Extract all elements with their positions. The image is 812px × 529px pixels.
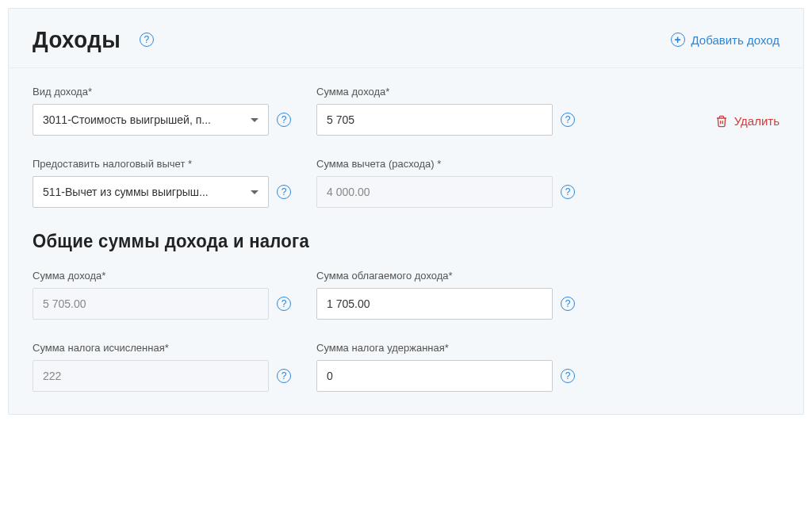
deduction-type-wrap: 511-Вычет из суммы выигрыш... ?	[33, 176, 302, 208]
taxable-income-input[interactable]	[327, 297, 542, 310]
tax-withheld-label: Сумма налога удержанная*	[316, 342, 575, 354]
income-amount-input-box	[316, 104, 553, 136]
panel-header: Доходы ? + Добавить доход	[9, 9, 803, 68]
income-row-1: Вид дохода* 3011-Стоимость выигрышей, п.…	[33, 86, 779, 136]
chevron-down-icon	[251, 118, 259, 122]
page-title: Доходы	[33, 26, 121, 53]
help-icon[interactable]: ?	[277, 113, 291, 127]
panel-title-wrap: Доходы ?	[33, 26, 154, 53]
deduction-amount-label: Сумма вычета (расхода) *	[316, 158, 575, 170]
income-amount-group: Сумма дохода* ?	[316, 86, 575, 136]
taxable-income-label: Сумма облагаемого дохода*	[316, 270, 575, 282]
add-income-button[interactable]: + Добавить доход	[671, 33, 779, 47]
deduction-amount-input-box	[316, 176, 553, 208]
deduction-type-select[interactable]: 511-Вычет из суммы выигрыш...	[33, 176, 269, 208]
help-icon[interactable]: ?	[277, 297, 291, 311]
delete-income-button[interactable]: Удалить	[715, 114, 779, 128]
totals-row-1: Сумма дохода* ? Сумма облагаемого дохода…	[33, 270, 779, 320]
totals-section-title: Общие суммы дохода и налога	[33, 230, 720, 252]
help-icon[interactable]: ?	[561, 185, 575, 199]
tax-withheld-group: Сумма налога удержанная* ?	[316, 342, 575, 392]
income-row-2: Предоставить налоговый вычет * 511-Вычет…	[33, 158, 779, 208]
help-icon[interactable]: ?	[561, 113, 575, 127]
tax-calc-wrap: ?	[33, 360, 302, 392]
help-icon[interactable]: ?	[140, 33, 154, 47]
add-income-label: Добавить доход	[691, 33, 779, 47]
total-income-input	[43, 297, 259, 310]
income-type-select[interactable]: 3011-Стоимость выигрышей, п...	[33, 104, 269, 136]
total-income-input-box	[33, 288, 269, 320]
taxable-income-wrap: ?	[316, 288, 575, 320]
totals-row-2: Сумма налога исчисленная* ? Сумма налога…	[33, 342, 779, 392]
tax-withheld-input-box	[316, 360, 553, 392]
taxable-income-input-box	[316, 288, 553, 320]
tax-withheld-wrap: ?	[316, 360, 575, 392]
tax-calc-input-box	[33, 360, 269, 392]
total-income-wrap: ?	[33, 288, 302, 320]
plus-icon: +	[671, 33, 685, 47]
tax-calc-label: Сумма налога исчисленная*	[33, 342, 302, 354]
income-panel: Доходы ? + Добавить доход Вид дохода* 30…	[8, 8, 804, 415]
help-icon[interactable]: ?	[561, 297, 575, 311]
chevron-down-icon	[251, 190, 259, 194]
deduction-amount-input	[327, 186, 542, 198]
tax-calc-input	[43, 370, 259, 382]
income-amount-input[interactable]	[327, 113, 542, 126]
deduction-type-label: Предоставить налоговый вычет *	[33, 158, 302, 170]
deduction-type-value: 511-Вычет из суммы выигрыш...	[43, 186, 209, 198]
total-income-group: Сумма дохода* ?	[33, 270, 302, 320]
income-amount-label: Сумма дохода*	[316, 86, 575, 98]
income-type-value: 3011-Стоимость выигрышей, п...	[43, 113, 211, 126]
tax-calc-group: Сумма налога исчисленная* ?	[33, 342, 302, 392]
income-type-wrap: 3011-Стоимость выигрышей, п... ?	[33, 104, 302, 136]
income-amount-wrap: ?	[316, 104, 575, 136]
trash-icon	[715, 115, 728, 128]
delete-label: Удалить	[734, 114, 779, 128]
income-type-label: Вид дохода*	[33, 86, 302, 98]
help-icon[interactable]: ?	[277, 369, 291, 383]
deduction-amount-group: Сумма вычета (расхода) * ?	[316, 158, 575, 208]
help-icon[interactable]: ?	[561, 369, 575, 383]
help-icon[interactable]: ?	[277, 185, 291, 199]
deduction-amount-wrap: ?	[316, 176, 575, 208]
taxable-income-group: Сумма облагаемого дохода* ?	[316, 270, 575, 320]
panel-body: Вид дохода* 3011-Стоимость выигрышей, п.…	[9, 68, 803, 414]
deduction-type-group: Предоставить налоговый вычет * 511-Вычет…	[33, 158, 302, 208]
total-income-label: Сумма дохода*	[33, 270, 302, 282]
tax-withheld-input[interactable]	[327, 370, 542, 382]
income-type-group: Вид дохода* 3011-Стоимость выигрышей, п.…	[33, 86, 302, 136]
